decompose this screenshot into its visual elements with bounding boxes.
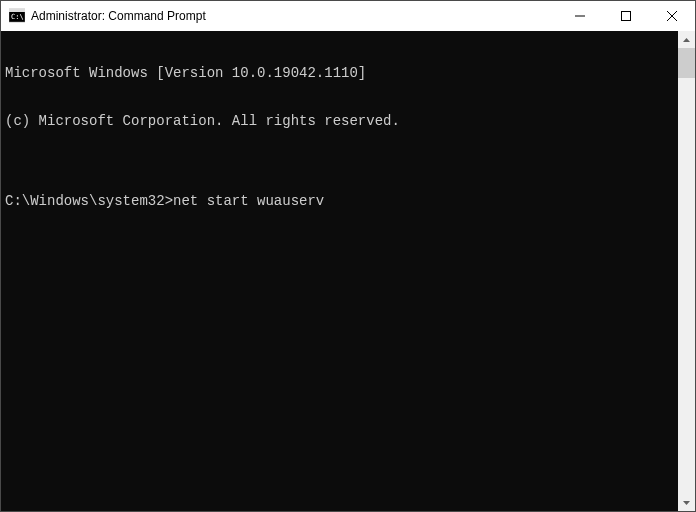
vertical-scrollbar[interactable] — [678, 31, 695, 511]
console-content[interactable]: Microsoft Windows [Version 10.0.19042.11… — [1, 31, 678, 511]
scroll-track[interactable] — [678, 48, 695, 494]
chevron-up-icon — [683, 38, 690, 42]
svg-marker-8 — [683, 501, 690, 505]
console-prompt-line: C:\Windows\system32>net start wuauserv — [5, 193, 674, 209]
svg-rect-4 — [622, 12, 631, 21]
close-icon — [667, 11, 677, 21]
maximize-icon — [621, 11, 631, 21]
window-controls — [557, 1, 695, 31]
console-line-copyright: (c) Microsoft Corporation. All rights re… — [5, 113, 674, 129]
console-prompt: C:\Windows\system32> — [5, 193, 173, 209]
scroll-thumb[interactable] — [678, 48, 695, 78]
console-area: Microsoft Windows [Version 10.0.19042.11… — [1, 31, 695, 511]
close-button[interactable] — [649, 1, 695, 31]
chevron-down-icon — [683, 501, 690, 505]
minimize-icon — [575, 11, 585, 21]
command-prompt-window: C:\ Administrator: Command Prompt — [0, 0, 696, 512]
svg-marker-7 — [683, 38, 690, 42]
titlebar[interactable]: C:\ Administrator: Command Prompt — [1, 1, 695, 31]
console-command: net start wuauserv — [173, 193, 324, 209]
svg-text:C:\: C:\ — [11, 13, 24, 21]
maximize-button[interactable] — [603, 1, 649, 31]
scroll-down-button[interactable] — [678, 494, 695, 511]
scroll-up-button[interactable] — [678, 31, 695, 48]
window-title: Administrator: Command Prompt — [31, 9, 557, 23]
minimize-button[interactable] — [557, 1, 603, 31]
console-line-version: Microsoft Windows [Version 10.0.19042.11… — [5, 65, 674, 81]
svg-rect-1 — [9, 9, 25, 12]
cmd-icon: C:\ — [9, 8, 25, 24]
